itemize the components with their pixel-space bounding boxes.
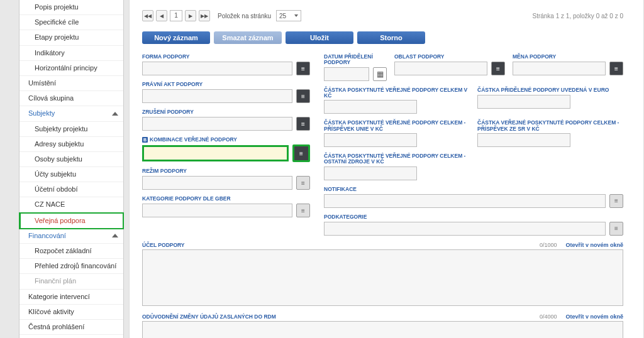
zruseni-label: ZRUŠENÍ PODPORY — [142, 109, 310, 116]
list-icon: ≡ — [301, 121, 305, 128]
mena-lookup-button[interactable]: ≡ — [609, 62, 623, 75]
nav-popis-projektu[interactable]: Popis projektu — [19, 0, 123, 15]
ucel-open-new-window-link[interactable]: Otevřít v novém okně — [565, 242, 623, 248]
pager-per-page-label: Položek na stránku — [218, 13, 271, 19]
ucel-label: ÚČEL PODPORY — [142, 242, 185, 248]
castka-celkem-kc-label: ČÁSTKA POSKYTNUTÉ VEŘEJNÉ PODPORY CELKEM… — [324, 87, 470, 99]
castka-ostatni-label: ČÁSTKA POSKYTNUTÉ VEŘEJNÉ PODPORY CELKEM… — [324, 153, 470, 165]
nav-subjekty-projektu[interactable]: Subjekty projektu — [19, 122, 123, 137]
nav-horizontalni-principy[interactable]: Horizontální principy — [19, 61, 123, 76]
kategorie-gber-lookup-button[interactable]: ≡ — [296, 204, 310, 217]
kombinace-label: BKOMBINACE VEŘEJNÉ PODPORY — [142, 137, 310, 143]
list-icon: ≡ — [299, 150, 303, 157]
pravni-akt-input[interactable] — [142, 89, 292, 103]
pravni-akt-lookup-button[interactable]: ≡ — [296, 89, 310, 103]
notifikace-input[interactable] — [324, 194, 606, 208]
nav-indikatory[interactable]: Indikátory — [19, 46, 123, 61]
podkategorie-lookup-button[interactable]: ≡ — [609, 222, 623, 236]
mena-label: MĚNA PODPORY — [513, 54, 623, 60]
forma-podpory-input[interactable] — [142, 62, 292, 75]
nav-specificke-cile[interactable]: Specifické cíle — [19, 15, 123, 30]
forma-podpory-label: FORMA PODPORY — [142, 54, 310, 60]
zruseni-input[interactable] — [142, 117, 292, 131]
nav-dokumenty[interactable]: Dokumenty — [19, 335, 123, 338]
oblast-label: OBLAST PODPORY — [394, 54, 505, 60]
chevron-up-icon — [112, 234, 118, 237]
oblast-input[interactable] — [394, 62, 487, 75]
pager-per-page-select[interactable]: 25 — [276, 10, 301, 21]
castka-celkem-kc-input[interactable] — [324, 100, 417, 114]
castka-prispevek-unie-input[interactable] — [324, 133, 417, 147]
header-line — [142, 0, 623, 8]
ucel-textarea[interactable] — [142, 249, 623, 306]
ucel-count: 0/1000 — [540, 242, 557, 248]
save-button[interactable]: Uložit — [286, 31, 353, 44]
nav-klicove-aktivity[interactable]: Klíčové aktivity — [19, 305, 123, 320]
nav-kategorie-intervenci[interactable]: Kategorie intervencí — [19, 290, 123, 305]
castka-ostatni-input[interactable] — [324, 166, 417, 180]
forma-podpory-lookup-button[interactable]: ≡ — [296, 62, 310, 75]
pager-summary: Stránka 1 z 1, položky 0 až 0 z 0 — [532, 13, 623, 19]
datum-label: DATUM PŘIDĚLENÍ PODPORY — [324, 54, 387, 66]
podkategorie-input[interactable] — [324, 222, 606, 236]
calendar-icon: ▦ — [377, 70, 384, 79]
new-record-button[interactable]: Nový záznam — [142, 31, 210, 44]
castka-pridelene-euro-input[interactable] — [477, 95, 570, 109]
nav-rozpocet-zakladni[interactable]: Rozpočet základní — [19, 244, 123, 259]
datum-input[interactable] — [324, 67, 369, 81]
nav-prehled-zdroju[interactable]: Přehled zdrojů financování — [19, 259, 123, 274]
oblast-lookup-button[interactable]: ≡ — [491, 62, 505, 75]
oduvodneni-open-new-window-link[interactable]: Otevřít v novém okně — [565, 313, 623, 320]
notifikace-lookup-button[interactable]: ≡ — [609, 194, 623, 208]
nav-ucetni-obdobi[interactable]: Účetní období — [19, 182, 123, 197]
notifikace-label: NOTIFIKACE — [324, 187, 623, 193]
cancel-button[interactable]: Storno — [357, 31, 425, 44]
rezim-input[interactable] — [142, 176, 292, 190]
delete-record-button: Smazat záznam — [214, 31, 282, 44]
castka-prispevek-unie-label: ČÁSTKA POSKYTNUTÉ VEŘEJNÉ PODPORY CELKEM… — [324, 120, 470, 132]
list-icon: ≡ — [614, 65, 618, 72]
list-icon: ≡ — [301, 93, 305, 100]
nav-umisteni[interactable]: Umístění — [19, 76, 123, 91]
list-icon: ≡ — [301, 180, 305, 187]
nav-etapy-projektu[interactable]: Etapy projektu — [19, 30, 123, 45]
sidebar: Popis projektu Specifické cíle Etapy pro… — [19, 0, 124, 338]
kategorie-gber-input[interactable] — [142, 204, 292, 217]
nav-verejna-podpora[interactable]: Veřejná podpora — [19, 212, 124, 229]
pager-page-input[interactable]: 1 — [170, 10, 182, 21]
chevron-up-icon — [112, 112, 118, 116]
kombinace-input[interactable] — [142, 145, 289, 161]
list-icon: ≡ — [301, 65, 305, 72]
pager-last-button[interactable]: ▶▶ — [199, 10, 210, 21]
castka-pridelene-euro-label: ČÁSTKA PŘIDĚLENÉ PODPORY UVEDENÁ V EURO — [477, 87, 623, 94]
required-icon: B — [142, 137, 148, 143]
zruseni-lookup-button[interactable]: ≡ — [296, 117, 310, 131]
list-icon: ≡ — [614, 225, 618, 232]
podkategorie-label: PODKATEGORIE — [324, 214, 623, 221]
pager-prev-button[interactable]: ◀ — [156, 10, 167, 21]
oduvodneni-textarea[interactable] — [142, 321, 623, 338]
list-icon: ≡ — [301, 207, 305, 214]
nav-subjekty[interactable]: Subjekty — [19, 106, 123, 121]
kombinace-lookup-button[interactable]: ≡ — [292, 144, 310, 162]
oduvodneni-label: ODŮVODNĚNÍ ZMĚNY ÚDAJŮ ZASLANÝCH DO RDM — [142, 313, 276, 320]
nav-cz-nace[interactable]: CZ NACE — [19, 197, 123, 212]
dropdown-arrow-icon — [294, 14, 298, 17]
oduvodneni-count: 0/4000 — [540, 313, 557, 320]
pravni-akt-label: PRÁVNÍ AKT PODPORY — [142, 82, 310, 88]
pager-first-button[interactable]: ◀◀ — [142, 10, 153, 21]
mena-input[interactable] — [513, 62, 606, 75]
list-icon: ≡ — [496, 65, 500, 72]
nav-cilova-skupina[interactable]: Cílová skupina — [19, 91, 123, 106]
rezim-lookup-button[interactable]: ≡ — [296, 176, 310, 190]
nav-adresy-subjektu[interactable]: Adresy subjektu — [19, 137, 123, 152]
nav-ucty-subjektu[interactable]: Účty subjektu — [19, 167, 123, 182]
datum-calendar-button[interactable]: ▦ — [373, 67, 387, 81]
nav-financovani[interactable]: Financování — [19, 229, 123, 244]
nav-cestna-prohlaseni[interactable]: Čestná prohlášení — [19, 320, 123, 335]
castka-prispevek-sr-label: ČÁSTKA VEŘEJNÉ POSKYTNUTÉ PODPORY CELKEM… — [477, 120, 623, 132]
pager-next-button[interactable]: ▶ — [185, 10, 196, 21]
nav-osoby-subjektu[interactable]: Osoby subjektu — [19, 152, 123, 167]
pager-row: ◀◀ ◀ 1 ▶ ▶▶ Položek na stránku 25 Stránk… — [142, 10, 623, 21]
castka-prispevek-sr-input[interactable] — [477, 133, 570, 147]
